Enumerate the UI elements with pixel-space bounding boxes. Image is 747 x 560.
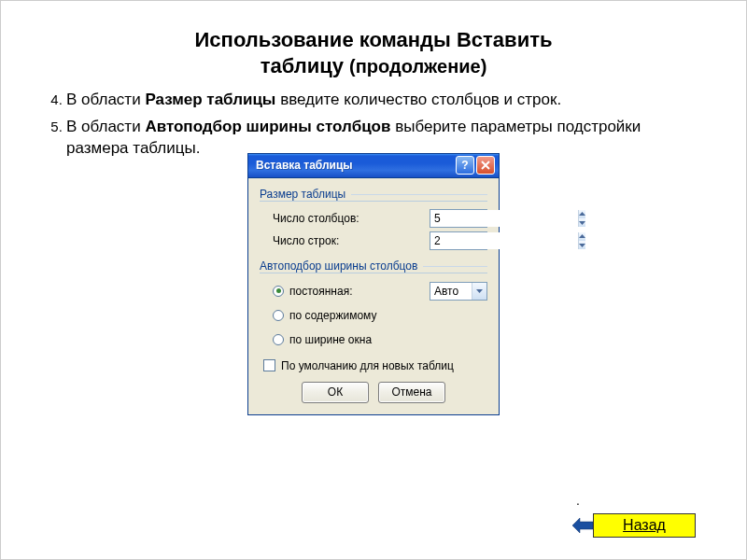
spinner-down-button[interactable] (579, 241, 585, 249)
rows-label: Число строк: (273, 234, 424, 247)
radio-content[interactable] (273, 310, 284, 321)
radio-fixed[interactable] (273, 286, 284, 297)
text: В области (66, 118, 145, 135)
spinner-up-button[interactable] (579, 210, 585, 218)
instruction-list: В области Размер таблицы введите количес… (1, 86, 746, 160)
rows-spinner[interactable] (430, 231, 487, 250)
cols-input[interactable] (430, 210, 578, 227)
chevron-up-icon (579, 234, 585, 239)
default-checkbox-label: По умолчанию для новых таблиц (281, 359, 454, 372)
rows-input[interactable] (430, 232, 578, 249)
insert-table-dialog: Вставка таблицы ? Размер таблицы Число с… (247, 153, 500, 415)
select-dropdown-button[interactable] (472, 283, 486, 300)
close-icon (481, 161, 490, 170)
decorative-dot: . (576, 493, 580, 508)
text: введите количество столбцов и строк. (275, 91, 561, 108)
back-label: Назад (623, 517, 666, 534)
help-button[interactable]: ? (456, 156, 474, 175)
group-autofit: Автоподбор ширины столбцов постоянная: А… (260, 259, 487, 350)
radio-fixed-label: постоянная: (289, 285, 424, 298)
slide-title: Использование команды Вставить таблицу (… (1, 1, 746, 86)
text-bold: Размер таблицы (145, 91, 275, 108)
radio-content-label: по содержимому (289, 309, 487, 322)
spinner-up-button[interactable] (579, 232, 585, 241)
close-button[interactable] (476, 156, 495, 175)
chevron-down-icon (476, 288, 483, 293)
cancel-button[interactable]: Отмена (378, 382, 445, 403)
button-label: Отмена (391, 385, 431, 399)
group-table-size: Размер таблицы Число столбцов: Число стр… (260, 188, 487, 250)
list-item: В области Размер таблицы введите количес… (66, 90, 699, 111)
dialog-title: Вставка таблицы (256, 159, 454, 172)
title-line2: таблицу (261, 54, 344, 77)
title-line1: Использование команды Вставить (195, 28, 553, 51)
back-arrow-icon (572, 518, 593, 533)
radio-window-label: по ширине окна (289, 333, 487, 346)
cols-spinner[interactable] (430, 209, 487, 228)
default-checkbox[interactable] (263, 359, 275, 371)
group-title: Размер таблицы (260, 188, 345, 201)
button-label: ОК (328, 385, 343, 399)
back-button[interactable]: Назад (593, 513, 696, 538)
chevron-down-icon (579, 220, 585, 225)
fixed-width-select[interactable]: Авто (430, 282, 487, 301)
chevron-up-icon (579, 212, 585, 217)
select-value: Авто (430, 285, 472, 298)
spinner-down-button[interactable] (579, 218, 585, 227)
title-suffix: (продолжение) (349, 56, 486, 77)
ok-button[interactable]: ОК (302, 382, 369, 403)
chevron-down-icon (579, 243, 585, 247)
text: В области (66, 91, 145, 108)
group-title: Автоподбор ширины столбцов (260, 259, 417, 273)
text-bold: Автоподбор ширины столбцов (145, 118, 390, 135)
cols-label: Число столбцов: (273, 212, 424, 225)
radio-window[interactable] (273, 334, 284, 345)
titlebar[interactable]: Вставка таблицы ? (248, 154, 499, 178)
